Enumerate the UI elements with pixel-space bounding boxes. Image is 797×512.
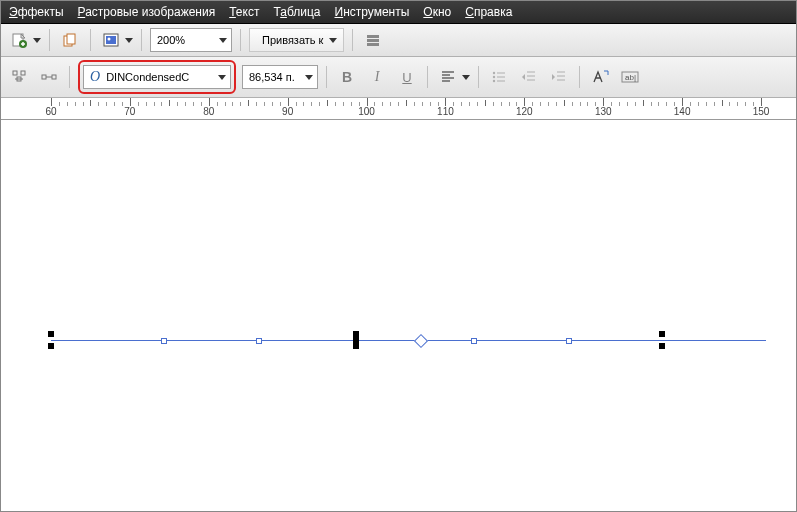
- separator: [69, 66, 70, 88]
- ruler-label: 120: [516, 106, 533, 117]
- image-button[interactable]: [99, 28, 123, 52]
- toolbar-text: O DINCondensedC 86,534 п. B I U ab|: [1, 57, 796, 98]
- svg-point-17: [493, 80, 495, 82]
- separator: [352, 29, 353, 51]
- node-handle[interactable]: [256, 338, 262, 344]
- new-button[interactable]: [7, 28, 31, 52]
- svg-rect-13: [42, 75, 46, 79]
- zoom-value: 200%: [157, 34, 185, 46]
- ruler-label: 130: [595, 106, 612, 117]
- separator: [141, 29, 142, 51]
- align-dropdown-icon[interactable]: [462, 75, 470, 80]
- font-family-dropdown[interactable]: O DINCondensedC: [83, 65, 231, 89]
- align-nodes-button[interactable]: [7, 65, 31, 89]
- menu-bitmaps[interactable]: Растровые изображения: [78, 5, 216, 19]
- chevron-down-icon: [305, 75, 313, 80]
- svg-rect-3: [67, 34, 75, 44]
- font-family-value: DINCondensedC: [106, 71, 189, 83]
- chevron-down-icon: [329, 38, 337, 43]
- font-size-dropdown[interactable]: 86,534 п.: [242, 65, 318, 89]
- selection-handle[interactable]: [353, 343, 359, 349]
- separator: [427, 66, 428, 88]
- ruler-label: 110: [437, 106, 454, 117]
- separator: [326, 66, 327, 88]
- separator: [49, 29, 50, 51]
- copy-button[interactable]: [58, 28, 82, 52]
- selection-handle[interactable]: [353, 337, 359, 343]
- separator: [579, 66, 580, 88]
- horizontal-ruler[interactable]: 60708090100110120130140150: [1, 98, 796, 120]
- menu-window[interactable]: Окно: [423, 5, 451, 19]
- options-button[interactable]: [361, 28, 385, 52]
- svg-rect-7: [367, 35, 379, 38]
- svg-text:ab|: ab|: [625, 73, 636, 82]
- svg-rect-9: [367, 43, 379, 46]
- separator: [478, 66, 479, 88]
- font-size-value: 86,534 п.: [249, 71, 295, 83]
- font-selector-highlight: O DINCondensedC: [78, 60, 236, 94]
- ruler-label: 90: [282, 106, 293, 117]
- menu-effects[interactable]: Эффекты: [9, 5, 64, 19]
- separator: [240, 29, 241, 51]
- character-format-button[interactable]: [588, 65, 612, 89]
- ruler-label: 150: [753, 106, 770, 117]
- align-left-button[interactable]: [436, 65, 460, 89]
- chevron-down-icon: [218, 75, 226, 80]
- menu-text[interactable]: Текст: [229, 5, 259, 19]
- bold-button[interactable]: B: [335, 65, 359, 89]
- italic-button[interactable]: I: [365, 65, 389, 89]
- underline-button[interactable]: U: [395, 65, 419, 89]
- distribute-button[interactable]: [37, 65, 61, 89]
- ruler-label: 60: [45, 106, 56, 117]
- selected-object[interactable]: [51, 340, 766, 341]
- ruler-label: 140: [674, 106, 691, 117]
- selection-handle[interactable]: [659, 343, 665, 349]
- node-handle[interactable]: [471, 338, 477, 344]
- center-marker-icon[interactable]: [414, 334, 428, 348]
- svg-rect-11: [21, 71, 25, 75]
- svg-point-16: [493, 76, 495, 78]
- canvas-area[interactable]: [1, 120, 796, 500]
- bullet-list-button[interactable]: [487, 65, 511, 89]
- image-dropdown-icon[interactable]: [125, 38, 133, 43]
- zoom-dropdown[interactable]: 200%: [150, 28, 232, 52]
- svg-point-15: [493, 72, 495, 74]
- toolbar-standard: 200% Привязать к: [1, 24, 796, 57]
- svg-rect-5: [106, 36, 116, 44]
- ruler-label: 100: [358, 106, 375, 117]
- svg-rect-8: [367, 39, 379, 42]
- separator: [90, 29, 91, 51]
- indent-increase-button[interactable]: [547, 65, 571, 89]
- selection-handle[interactable]: [659, 331, 665, 337]
- node-handle[interactable]: [161, 338, 167, 344]
- new-dropdown-icon[interactable]: [33, 38, 41, 43]
- menu-help[interactable]: Справка: [465, 5, 512, 19]
- ruler-label: 80: [203, 106, 214, 117]
- svg-rect-14: [52, 75, 56, 79]
- font-family-icon: O: [90, 69, 100, 85]
- snap-to-button[interactable]: Привязать к: [249, 28, 344, 52]
- menu-tools[interactable]: Инструменты: [335, 5, 410, 19]
- indent-decrease-button[interactable]: [517, 65, 541, 89]
- menu-table[interactable]: Таблица: [273, 5, 320, 19]
- svg-rect-10: [13, 71, 17, 75]
- menu-bar: Эффекты Растровые изображения Текст Табл…: [1, 1, 796, 24]
- svg-point-6: [108, 38, 111, 41]
- chevron-down-icon: [219, 38, 227, 43]
- node-handle[interactable]: [566, 338, 572, 344]
- edit-text-button[interactable]: ab|: [618, 65, 642, 89]
- selection-handle[interactable]: [48, 331, 54, 337]
- snap-label: Привязать к: [258, 34, 327, 46]
- ruler-label: 70: [124, 106, 135, 117]
- selection-handle[interactable]: [48, 343, 54, 349]
